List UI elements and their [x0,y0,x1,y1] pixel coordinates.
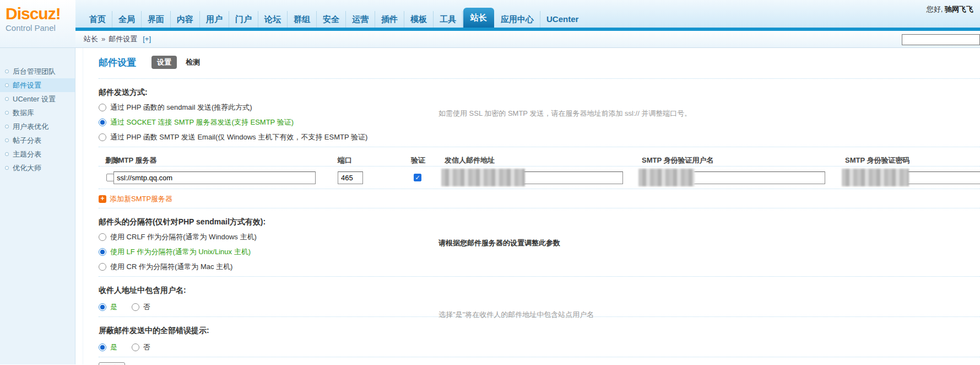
nav-item-plugin[interactable]: 插件 [375,11,404,28]
top-header: 您好, 驰网飞飞 首页 全局 界面 内容 用户 门户 论坛 群组 安全 运营 插… [0,0,980,28]
breadcrumb-expand-link[interactable]: [+] [143,35,151,43]
smtp-table-row: ✓ [99,167,980,189]
sidebar-item-user-table-optimize[interactable]: 用户表优化 [0,120,75,133]
divider [99,147,980,147]
section-hide-errors: 屏蔽邮件发送中的全部错误提示: 是 否 [99,326,980,352]
col-port: 端口 [338,155,352,165]
radio-option-socket-smtp[interactable]: 通过 SOCKET 连接 SMTP 服务器发送(支持 ESMTP 验证) [99,117,980,127]
breadcrumb: 站长»邮件设置[+] [84,31,980,47]
username: 驰网飞飞 [945,5,973,13]
redacted-from-address [441,169,525,186]
radio-option-lf[interactable]: 使用 LF 作为分隔符(通常为 Unix/Linux 主机) [99,247,980,257]
page-title: 邮件设置 [99,56,136,69]
radio-icon[interactable] [99,263,106,271]
nav-item-security[interactable]: 安全 [317,11,346,28]
smtp-server-input[interactable] [113,171,316,184]
col-password: SMTP 身份验证密码 [845,155,910,165]
bullet-icon [5,166,9,170]
main-content: 邮件设置 设置 检测 邮件发送方式: 通过 PHP 函数的 sendmail 发… [83,48,980,364]
bullet-icon [5,111,9,115]
section-heading: 屏蔽邮件发送中的全部错误提示: [99,326,980,336]
sidebar-item-admin-team[interactable]: 后台管理团队 [0,65,75,78]
yes-no-options: 是 否 [99,342,980,352]
nav-item-operation[interactable]: 运营 [346,11,375,28]
submit-button[interactable]: 提交 [99,362,125,365]
add-smtp-server-link[interactable]: + 添加新SMTP服务器 [99,190,980,208]
auth-checkbox-checked[interactable]: ✓ [414,174,421,181]
nav-item-forum[interactable]: 论坛 [258,11,288,28]
nav-item-user[interactable]: 用户 [200,11,229,28]
tab-test[interactable]: 检测 [186,57,200,67]
separator-comment: 请根据您邮件服务器的设置调整此参数 [438,238,791,248]
nav-item-portal[interactable]: 门户 [229,11,258,28]
nav-item-ucenter[interactable]: UCenter [540,11,584,28]
radio-option-cr[interactable]: 使用 CR 作为分隔符(通常为 Mac 主机) [99,262,980,272]
section-heading: 邮件发送方式: [99,88,980,98]
delete-checkbox[interactable] [106,174,114,181]
greeting-prefix: 您好, [927,5,945,13]
radio-checked-icon[interactable] [99,303,106,311]
nav-item-home[interactable]: 首页 [83,11,112,28]
nav-item-app-center[interactable]: 应用中心 [495,11,540,28]
radio-checked-icon[interactable] [99,119,106,126]
redacted-auth-username [638,169,695,186]
nav-item-interface[interactable]: 界面 [142,11,171,28]
nav-item-tools[interactable]: 工具 [434,11,463,28]
radio-option-no[interactable]: 否 [132,342,150,352]
radio-icon[interactable] [132,303,139,311]
bullet-icon [5,138,9,142]
breadcrumb-page: 邮件设置 [109,35,137,43]
radio-icon[interactable] [99,233,106,241]
add-icon: + [99,195,106,203]
divider [99,357,980,357]
radio-icon[interactable] [99,104,106,111]
bullet-icon [5,69,9,73]
nav-item-global[interactable]: 全局 [112,11,142,28]
sidebar-item-post-split[interactable]: 帖子分表 [0,133,75,147]
sidebar-item-optimize-master[interactable]: 优化大师 [0,161,75,175]
sidebar-item-database[interactable]: 数据库 [0,106,75,120]
divider [99,78,980,79]
logo-subtitle: Control Panel [6,23,75,33]
radio-option-yes[interactable]: 是 [99,302,117,312]
sidebar-item-thread-split[interactable]: 主题分表 [0,147,75,161]
tab-settings[interactable]: 设置 [151,56,177,69]
col-username: SMTP 身份验证用户名 [642,155,714,165]
radio-option-yes[interactable]: 是 [99,342,117,352]
redacted-auth-password [842,169,909,186]
nav-item-group[interactable]: 群组 [288,11,317,28]
logo[interactable]: Discuz! Control Panel [0,0,75,47]
nav-item-webmaster[interactable]: 站长 [463,8,494,28]
radio-icon[interactable] [99,133,106,141]
include-username-comment: 选择"是"将在收件人的邮件地址中包含站点用户名 [438,310,791,320]
bullet-icon [5,97,9,101]
bullet-icon [5,83,9,87]
nav-item-content[interactable]: 内容 [171,11,200,28]
breadcrumb-section[interactable]: 站长 [84,35,98,43]
smtp-port-input[interactable] [338,171,363,184]
content-layout: 后台管理团队 邮件设置 UCenter 设置 数据库 用户表优化 帖子分表 主题… [0,48,980,364]
quick-search-input[interactable] [902,34,980,45]
sidebar-item-ucenter-settings[interactable]: UCenter 设置 [0,92,75,106]
radio-checked-icon[interactable] [99,248,106,256]
section-mail-header-separator: 邮件头的分隔符(仅针对PHP sendmail方式有效): 使用 CRLF 作为… [99,217,980,272]
logo-title: Discuz! [6,4,75,23]
submit-row: 提交 [99,362,980,365]
col-auth: 验证 [411,155,425,165]
title-row: 邮件设置 设置 检测 [99,56,980,69]
col-from: 发信人邮件地址 [445,155,495,165]
send-method-comment: 如需使用 SSL 加密的 SMTP 发送，请在服务器地址前添加 ssl:// 并… [438,109,791,119]
radio-icon[interactable] [132,343,139,351]
bullet-icon [5,152,9,156]
nav-item-template[interactable]: 模板 [404,11,434,28]
sidebar-item-mail-settings[interactable]: 邮件设置 [0,78,75,92]
radio-option-no[interactable]: 否 [132,302,150,312]
divider [99,208,980,208]
radio-option-php-smtp[interactable]: 通过 PHP 函数 SMTP 发送 Email(仅 Windows 主机下有效，… [99,132,980,142]
radio-checked-icon[interactable] [99,343,106,351]
breadcrumb-separator: » [101,35,105,43]
discuz-admin-page: 您好, 驰网飞飞 首页 全局 界面 内容 用户 门户 论坛 群组 安全 运营 插… [0,0,980,365]
divider [99,276,980,277]
smtp-table-header: 删除 SMTP 服务器 端口 验证 发信人邮件地址 SMTP 身份验证用户名 S… [99,152,980,167]
section-send-method: 邮件发送方式: 通过 PHP 函数的 sendmail 发送(推荐此方式) 通过… [99,88,980,142]
